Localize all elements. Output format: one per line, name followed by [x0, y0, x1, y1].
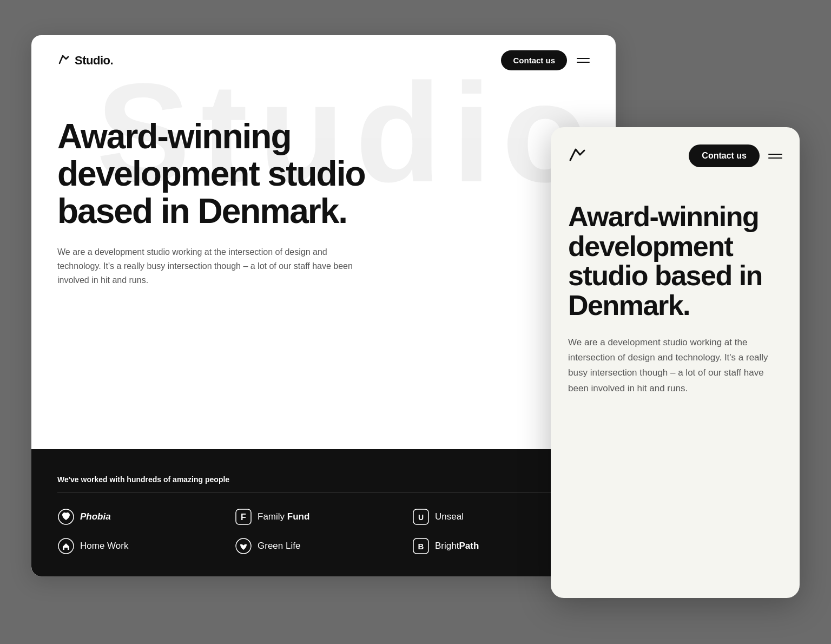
desktop-logo-text: Studio. — [75, 54, 113, 68]
desktop-hero-body: We are a development studio working at t… — [57, 245, 360, 287]
mobile-contact-button[interactable]: Contact us — [689, 144, 760, 167]
greenlife-name: Green Life — [258, 541, 300, 551]
svg-text:F: F — [241, 512, 246, 522]
desktop-navbar: Studio. Contact us — [31, 35, 616, 86]
mobile-logo-icon — [568, 147, 588, 165]
greenlife-icon — [235, 537, 252, 555]
homework-name: Home Work — [80, 541, 128, 551]
clients-label: We've worked with hundreds of amazing pe… — [57, 475, 590, 484]
desktop-logo: Studio. — [57, 54, 113, 68]
familyfund-name: Family Fund — [258, 511, 309, 522]
mobile-navbar: Contact us — [551, 127, 800, 180]
svg-text:U: U — [418, 513, 424, 522]
phobia-icon — [57, 508, 75, 525]
homework-icon — [57, 537, 75, 555]
unseal-icon: U — [412, 508, 430, 525]
mobile-hero-heading: Award-winning development studio based i… — [568, 202, 782, 320]
desktop-nav-right: Contact us — [501, 50, 590, 70]
unseal-name: Unseal — [435, 511, 464, 522]
brightpath-name: BrightPath — [435, 541, 479, 551]
mobile-hero-body: We are a development studio working at t… — [568, 335, 782, 396]
svg-text:B: B — [418, 542, 424, 551]
brightpath-icon: B — [412, 537, 430, 555]
desktop-hero-heading: Award-winning development studio based i… — [57, 118, 382, 230]
list-item: Green Life — [235, 537, 412, 555]
list-item: Home Work — [57, 537, 235, 555]
list-item: F Family Fund — [235, 508, 412, 525]
desktop-clients-section: We've worked with hundreds of amazing pe… — [31, 449, 616, 576]
mobile-hero: Award-winning development studio based i… — [551, 180, 800, 413]
clients-grid: Phobia F Family Fund — [57, 508, 590, 555]
desktop-card: S t u d i o Studio. Contact us — [31, 35, 616, 576]
list-item: Phobia — [57, 508, 235, 525]
desktop-contact-button[interactable]: Contact us — [501, 50, 567, 70]
mobile-nav-right: Contact us — [689, 144, 782, 167]
familyfund-icon: F — [235, 508, 252, 525]
desktop-hero: Award-winning development studio based i… — [31, 86, 616, 313]
clients-divider — [57, 492, 590, 493]
mobile-card: Contact us Award-winning development stu… — [551, 127, 800, 598]
phobia-name: Phobia — [80, 511, 111, 522]
desktop-menu-icon[interactable] — [577, 58, 590, 63]
logo-icon — [57, 54, 69, 68]
mobile-menu-icon[interactable] — [768, 154, 782, 159]
